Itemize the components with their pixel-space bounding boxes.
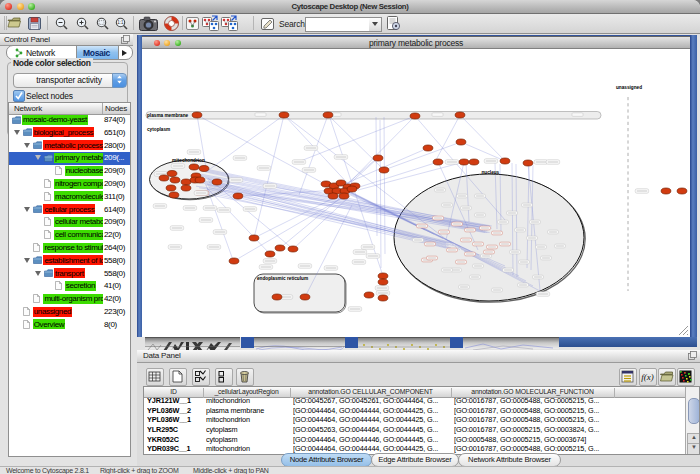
svg-text:mitochondrion: mitochondrion <box>172 158 205 163</box>
svg-text:cytoplasm: cytoplasm <box>147 127 170 132</box>
svg-text:nucleus: nucleus <box>482 170 500 175</box>
svg-text:unassigned: unassigned <box>616 85 642 90</box>
svg-text:1:1: 1:1 <box>117 20 124 25</box>
svg-text:plasma membrane: plasma membrane <box>147 113 189 118</box>
svg-text:f(x): f(x) <box>641 372 654 382</box>
svg-text:endoplasmic reticulum: endoplasmic reticulum <box>257 276 308 281</box>
